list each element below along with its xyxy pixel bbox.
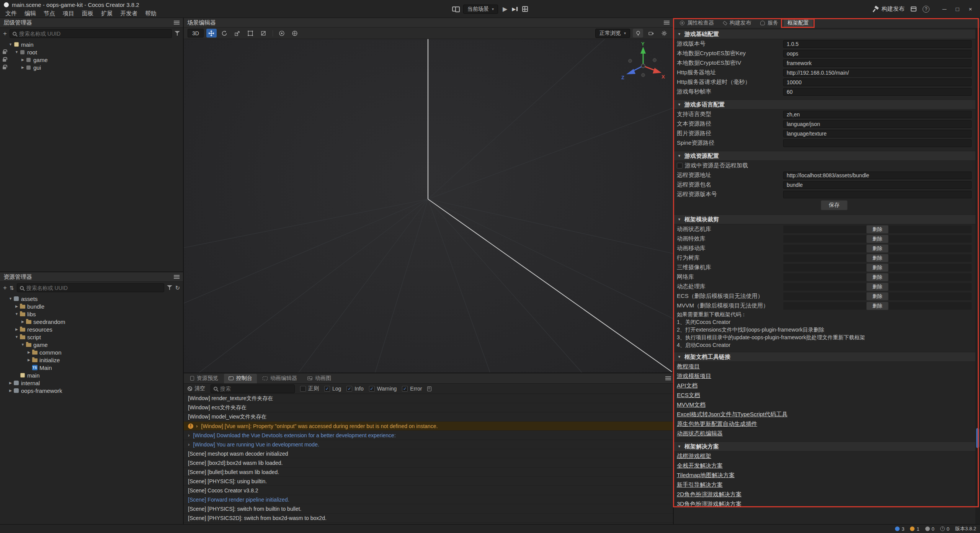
close-button[interactable]: × xyxy=(964,3,977,15)
hierarchy-tree-node[interactable]: ▼main xyxy=(0,41,183,48)
scene-settings-button[interactable] xyxy=(659,29,669,38)
delete-module-button[interactable]: 删除 xyxy=(866,263,889,272)
doc-link[interactable]: 新手引导解决方案 xyxy=(677,481,723,489)
log-row[interactable]: [Window] model_view文件夹存在 xyxy=(184,412,673,422)
rect-tool-button[interactable] xyxy=(245,29,256,38)
delete-module-button[interactable]: 删除 xyxy=(866,235,889,243)
scale-tool-button[interactable] xyxy=(232,29,243,38)
scene-viewport[interactable]: Y X Z xyxy=(184,39,673,373)
filter-log-checkbox[interactable]: Log xyxy=(324,386,341,392)
log-row[interactable]: ›[Window] Download the Vue Devtools exte… xyxy=(184,431,673,440)
panel-menu-icon[interactable] xyxy=(664,20,670,25)
filter-error-checkbox[interactable]: Error xyxy=(402,386,422,392)
log-row[interactable]: [Scene] [bullet]:bullet wasm lib loaded. xyxy=(184,468,673,477)
filter-warning-checkbox[interactable]: Warning xyxy=(369,386,397,392)
assets-filter-icon[interactable] xyxy=(167,285,172,290)
log-row[interactable]: [Window] ecs文件夹存在 xyxy=(184,403,673,412)
lock-icon[interactable] xyxy=(3,67,6,69)
expand-chevron-icon[interactable]: › xyxy=(188,432,189,438)
preview-target-select[interactable]: 当前场景 ▾ xyxy=(463,5,498,14)
scrollbar[interactable] xyxy=(975,28,980,524)
hierarchy-search-field[interactable] xyxy=(19,31,169,37)
preview-layout-icon[interactable] xyxy=(522,6,528,12)
menu-item[interactable]: 节点 xyxy=(40,9,59,18)
assets-search-input[interactable] xyxy=(17,283,165,292)
section-header[interactable]: ▼游戏多语言配置 xyxy=(674,100,975,110)
delete-module-button[interactable]: 删除 xyxy=(866,254,889,262)
log-row[interactable]: [Scene] [PHYSICS]: switch from builtin t… xyxy=(184,504,673,513)
log-row[interactable]: ›[Window] You are running Vue in develop… xyxy=(184,440,673,449)
asset-tree-node[interactable]: ▶seedrandom xyxy=(0,318,183,325)
lock-icon[interactable] xyxy=(3,59,6,62)
log-row[interactable]: [Scene] [PHYSICS]: using builtin. xyxy=(184,477,673,486)
log-row[interactable]: [Scene] meshopt wasm decoder initialized xyxy=(184,449,673,458)
step-button[interactable]: ▶ xyxy=(512,7,518,11)
doc-link[interactable]: 2D角色扮演游戏解决方案 xyxy=(677,491,742,498)
inspector-tab[interactable]: 服务 xyxy=(756,18,782,28)
view-gizmo[interactable]: Y X Z xyxy=(620,41,666,87)
scene-view-mode-select[interactable]: 正常浏览 ▾ xyxy=(595,29,630,38)
lighting-toggle-button[interactable] xyxy=(633,29,643,38)
move-tool-button[interactable] xyxy=(206,29,217,38)
preview-device-icon[interactable] xyxy=(452,7,459,11)
property-input[interactable] xyxy=(783,120,972,128)
console-search-input[interactable] xyxy=(211,384,295,393)
log-row[interactable]: [Scene] Cocos Creator v3.8.2 xyxy=(184,486,673,495)
property-input[interactable] xyxy=(783,50,972,57)
menu-item[interactable]: 面板 xyxy=(78,9,97,18)
doc-link[interactable]: 原生包热更新配置自动生成插件 xyxy=(677,420,757,428)
doc-link[interactable]: Tiledmap地图解决方案 xyxy=(677,472,735,479)
expand-arrow-icon[interactable]: ▶ xyxy=(8,389,13,392)
property-input[interactable] xyxy=(783,69,972,77)
section-header[interactable]: ▼游戏资源配置 xyxy=(674,151,975,161)
create-asset-button[interactable]: + xyxy=(3,284,7,292)
sort-assets-icon[interactable]: ⇅ xyxy=(10,285,14,291)
section-header[interactable]: ▼框架文档工具链接 xyxy=(674,352,975,362)
doc-link[interactable]: API文档 xyxy=(677,382,697,389)
property-input[interactable] xyxy=(783,88,972,96)
regex-checkbox[interactable]: 正则 xyxy=(300,385,319,392)
maximize-button[interactable]: □ xyxy=(951,3,964,15)
hierarchy-tree-node[interactable]: ▼root xyxy=(0,48,183,56)
asset-tree-node[interactable]: ▶resources xyxy=(0,325,183,333)
filter-info-checkbox[interactable]: Info xyxy=(346,386,363,392)
expand-arrow-icon[interactable]: ▶ xyxy=(8,381,13,385)
panel-menu-icon[interactable] xyxy=(174,20,180,25)
console-tab[interactable]: 动画编辑器 xyxy=(258,374,302,383)
refresh-icon[interactable]: ↻ xyxy=(175,284,180,291)
property-input[interactable] xyxy=(783,139,972,147)
property-input[interactable] xyxy=(783,59,972,67)
package-icon[interactable] xyxy=(911,7,916,11)
property-input[interactable] xyxy=(783,191,972,198)
inspector-tab[interactable]: 构建发布 xyxy=(719,18,755,28)
expand-arrow-icon[interactable]: ▶ xyxy=(20,320,26,324)
hierarchy-tree-node[interactable]: ▶game xyxy=(0,56,183,64)
menu-item[interactable]: 帮助 xyxy=(141,9,160,18)
expand-arrow-icon[interactable]: ▶ xyxy=(26,350,32,354)
menu-item[interactable]: 扩展 xyxy=(97,9,116,18)
property-input[interactable] xyxy=(783,40,972,48)
expand-arrow-icon[interactable]: ▶ xyxy=(20,65,26,69)
asset-tree-node[interactable]: ▶initialize xyxy=(0,356,183,364)
property-input[interactable] xyxy=(783,78,972,86)
expand-arrow-icon[interactable]: ▼ xyxy=(14,312,20,316)
asset-tree-node[interactable]: TSMain xyxy=(0,364,183,371)
property-input[interactable] xyxy=(783,181,972,189)
asset-tree-node[interactable]: ▶oops-framework xyxy=(0,387,183,394)
log-row[interactable]: [Window] render_texture文件夹存在 xyxy=(184,394,673,403)
help-icon[interactable]: ? xyxy=(923,6,929,13)
expand-arrow-icon[interactable]: ▶ xyxy=(14,304,20,308)
play-button[interactable]: ▶ xyxy=(503,6,507,12)
delete-module-button[interactable]: 删除 xyxy=(866,283,889,291)
build-publish-button[interactable]: 构建发布 xyxy=(872,5,905,13)
log-row[interactable]: [Scene] [PHYSICS2D]: switch from box2d-w… xyxy=(184,513,673,523)
hierarchy-search-input[interactable] xyxy=(10,29,172,38)
hierarchy-filter-icon[interactable] xyxy=(175,31,180,36)
asset-tree-node[interactable]: ▶common xyxy=(0,348,183,356)
delete-module-button[interactable]: 删除 xyxy=(866,292,889,301)
property-input[interactable] xyxy=(783,172,972,179)
expand-arrow-icon[interactable]: ▼ xyxy=(8,297,13,301)
pivot-toggle-button[interactable] xyxy=(277,29,287,38)
section-header[interactable]: ▼游戏基础配置 xyxy=(674,29,975,39)
console-search-field[interactable] xyxy=(220,386,292,392)
